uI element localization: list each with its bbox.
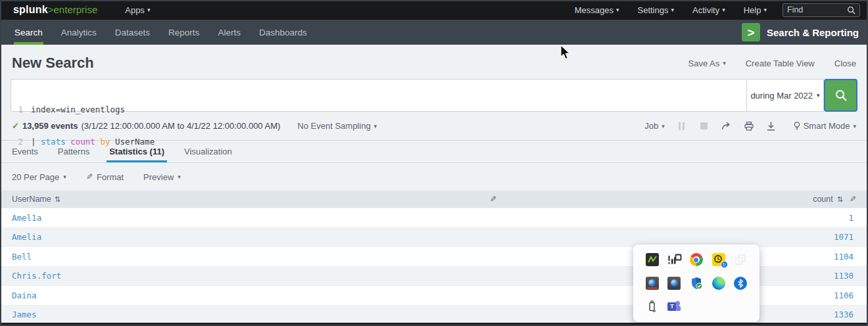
tab-statistics[interactable]: Statistics (11) xyxy=(109,141,164,162)
per-page-menu[interactable]: 20 Per Page▾ xyxy=(12,172,66,182)
cell-count[interactable]: 1336 xyxy=(834,310,854,319)
cell-username[interactable]: Chris.fort xyxy=(12,271,61,281)
caret-down-icon: ▾ xyxy=(178,174,181,180)
teams-icon[interactable]: T xyxy=(667,300,681,314)
query-line-1: 1index=win_eventlogs xyxy=(11,103,746,116)
stop-job-button[interactable] xyxy=(699,121,710,131)
teams-t-glyph: T xyxy=(667,302,676,311)
apps-menu[interactable]: Apps ▾ xyxy=(116,0,159,20)
format-button[interactable]: ✎ Format xyxy=(86,172,124,182)
event-sampling-menu[interactable]: No Event Sampling▾ xyxy=(297,121,377,131)
cell-username[interactable]: James xyxy=(12,310,37,319)
page-title: New Search xyxy=(12,55,94,72)
nav-tab-alerts[interactable]: Alerts xyxy=(208,20,250,45)
taskbar-edge xyxy=(0,323,868,326)
settings-menu[interactable]: Settings▾ xyxy=(629,5,684,15)
task-scheduler-icon[interactable]: ↻ xyxy=(712,253,725,266)
system-tray-overflow-panel: ↻ T xyxy=(633,244,760,322)
find-searchbox[interactable] xyxy=(783,3,860,17)
hardware-monitor-icon-1[interactable] xyxy=(646,277,659,290)
greenshot-capture-icon[interactable] xyxy=(646,253,659,266)
nav-tab-datasets[interactable]: Datasets xyxy=(106,20,159,45)
check-icon: ✓ xyxy=(12,121,19,131)
sync-badge: ↻ xyxy=(721,261,728,268)
search-submit-button[interactable] xyxy=(824,79,857,112)
find-input[interactable] xyxy=(787,5,847,14)
caret-down-icon: ▾ xyxy=(616,7,619,13)
cell-count[interactable]: 1130 xyxy=(834,271,854,281)
close-button[interactable]: Close xyxy=(834,58,856,68)
cell-username[interactable]: Daina xyxy=(12,291,37,300)
pencil-icon[interactable]: ✎ xyxy=(850,195,856,204)
caret-down-icon: ▾ xyxy=(374,123,377,129)
create-table-view-button[interactable]: Create Table View xyxy=(746,58,815,68)
sort-icon[interactable]: ⇅ xyxy=(837,195,843,204)
nav-tab-reports[interactable]: Reports xyxy=(159,20,208,45)
spl-query-editor[interactable]: 1index=win_eventlogs 2| stats count by U… xyxy=(11,79,746,112)
green-zigzag-glyph xyxy=(646,253,659,266)
chrome-icon[interactable] xyxy=(690,253,703,266)
search-icon xyxy=(847,6,856,14)
tab-visualization[interactable]: Visualization xyxy=(184,141,232,162)
activity-menu[interactable]: Activity▾ xyxy=(683,5,735,15)
cell-count[interactable]: 1106 xyxy=(834,291,854,300)
splunk-logo[interactable]: splunk>enterprise xyxy=(13,4,97,16)
cell-count[interactable]: 1 xyxy=(848,213,854,223)
cell-username[interactable]: Amel1a xyxy=(12,213,41,223)
job-menu[interactable]: Job▾ xyxy=(644,121,665,131)
search-bar: 1index=win_eventlogs 2| stats count by U… xyxy=(11,79,857,112)
time-range-picker[interactable]: during Mar 2022▾ xyxy=(746,79,824,112)
event-count: 13,959 events xyxy=(22,121,78,131)
print-icon xyxy=(744,122,754,131)
caret-down-icon: ▾ xyxy=(63,174,66,180)
meter-glyph xyxy=(667,253,682,266)
caret-down-icon: ▾ xyxy=(723,60,726,66)
column-header-count[interactable]: count xyxy=(813,195,833,204)
hardware-monitor-icon-2[interactable] xyxy=(667,277,681,290)
caret-down-icon: ▾ xyxy=(763,7,767,13)
edge-icon[interactable] xyxy=(712,277,725,290)
lightbulb-icon xyxy=(794,122,800,131)
preview-menu[interactable]: Preview▾ xyxy=(143,172,181,182)
nav-tab-dashboards[interactable]: Dashboards xyxy=(250,20,316,45)
bluetooth-icon[interactable] xyxy=(734,277,747,290)
app-nav-bar: Search Analytics Datasets Reports Alerts… xyxy=(0,20,868,45)
search-icon xyxy=(834,89,848,102)
performance-meter-icon[interactable] xyxy=(667,253,681,266)
caret-down-icon: ▾ xyxy=(147,7,151,13)
column-header-username[interactable]: UserName xyxy=(12,195,51,204)
export-button[interactable] xyxy=(766,121,777,131)
pencil-icon: ✎ xyxy=(86,172,93,181)
table-row: Amelia 1071 xyxy=(0,227,868,247)
sphere-glyph xyxy=(648,279,656,287)
tab-events[interactable]: Events xyxy=(12,141,38,162)
caret-down-icon: ▾ xyxy=(853,123,856,129)
cell-count[interactable]: 1071 xyxy=(834,232,854,242)
window-stack-icon[interactable] xyxy=(734,253,747,266)
save-as-button[interactable]: Save As▾ xyxy=(688,58,725,68)
windows-security-icon[interactable] xyxy=(690,277,703,290)
help-menu[interactable]: Help▾ xyxy=(735,5,776,15)
print-button[interactable] xyxy=(744,121,754,131)
pencil-icon[interactable]: ✎ xyxy=(490,195,496,204)
caret-down-icon: ▾ xyxy=(662,123,665,129)
pause-job-button[interactable] xyxy=(677,121,687,131)
search-page-header: New Search Save As▾ Create Table View Cl… xyxy=(0,45,868,79)
usb-eject-icon[interactable] xyxy=(646,300,659,314)
messages-menu[interactable]: Messages▾ xyxy=(566,5,629,15)
tab-patterns[interactable]: Patterns xyxy=(58,141,89,162)
pause-icon xyxy=(679,122,685,130)
app-identity[interactable]: > Search & Reporting xyxy=(742,20,868,45)
sort-icon[interactable]: ⇅ xyxy=(55,195,60,204)
search-mode-menu[interactable]: Smart Mode▾ xyxy=(794,121,856,131)
cell-count[interactable]: 1104 xyxy=(834,252,854,262)
share-icon xyxy=(721,122,731,130)
bluetooth-rune xyxy=(736,279,744,288)
cell-username[interactable]: Bell xyxy=(12,252,32,262)
splunk-product-text: enterprise xyxy=(54,4,98,15)
nav-tab-analytics[interactable]: Analytics xyxy=(52,20,106,45)
cell-username[interactable]: Amelia xyxy=(12,232,41,242)
share-job-button[interactable] xyxy=(721,121,732,131)
nav-tab-search[interactable]: Search xyxy=(5,20,52,45)
caret-down-icon: ▾ xyxy=(817,92,820,99)
